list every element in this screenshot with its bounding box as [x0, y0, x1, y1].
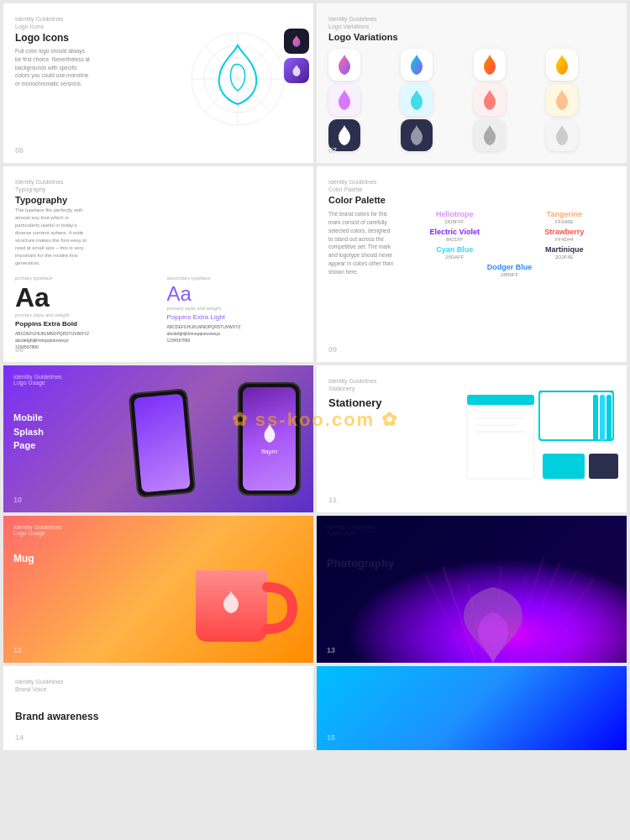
card-14-label: Identity Guidelines Brand Voice: [15, 678, 302, 693]
svg-rect-16: [543, 454, 585, 479]
color-heliotrope: Heliotrope DD8FFF: [404, 210, 506, 224]
brand-awareness-title: Brand awareness: [15, 711, 302, 722]
typo-primary-aa: Aa: [15, 284, 150, 311]
card-photography: Identity Guidelines Application Photogra…: [317, 516, 627, 663]
color-cyan-blue-hex: 25DAFF: [404, 255, 506, 260]
typo-secondary-sub: secondary typeface: [167, 276, 302, 281]
card-blue-gradient: 15: [317, 666, 627, 750]
color-electric-violet-hex: 8421FF: [404, 237, 506, 242]
typo-primary-sub: primary typeface: [15, 276, 150, 281]
typo-primary-col: primary typeface Aa primary style and we…: [15, 276, 150, 350]
card-08-label: Identity Guidelines Typography: [15, 178, 302, 193]
mug-title: Mug: [13, 553, 62, 564]
logo-var-11: [474, 119, 506, 151]
phone-front: flaym: [238, 382, 301, 496]
logo-var-8: [546, 84, 578, 116]
color-dodger-blue-name: Dodger Blue: [404, 263, 615, 272]
typo-secondary-col: secondary typeface Aa primary style and …: [167, 276, 302, 350]
color-strawberry-hex: FF4D44: [514, 237, 616, 242]
section-num-09: 09: [328, 345, 337, 354]
logo-var-2: [401, 49, 433, 81]
color-strawberry: Strawberry FF4D44: [514, 228, 616, 242]
color-martinique-name: Martinique: [514, 245, 616, 255]
svg-rect-20: [606, 395, 612, 441]
color-strawberry-name: Strawberry: [514, 228, 616, 237]
typography-title: Typography: [15, 195, 302, 205]
card-10-top: Identity Guidelines Logo Usage Mobile Sp…: [13, 374, 62, 453]
card-mobile-splash: Identity Guidelines Logo Usage Mobile Sp…: [3, 365, 313, 512]
section-num-13: 13: [327, 646, 335, 654]
color-palette-title: Color Palette: [328, 195, 615, 205]
typo-secondary-aa: Aa: [167, 284, 302, 304]
logo-var-1: [328, 49, 360, 81]
color-palette-layout: The brand colors for this mark consist o…: [328, 210, 615, 276]
section-num-07: 07: [328, 146, 337, 155]
section-num-15: 15: [327, 733, 335, 742]
phone-brand-label: flaym: [261, 448, 277, 455]
card-10-label: Identity Guidelines Logo Usage: [13, 374, 62, 386]
card-color-palette: Identity Guidelines Color Palette Color …: [317, 166, 627, 362]
app-icon-dark: [284, 29, 309, 54]
logo-var-12: [546, 119, 578, 151]
svg-rect-15: [467, 395, 534, 405]
color-heliotrope-name: Heliotrope: [404, 210, 506, 219]
section-num-06: 06: [15, 146, 24, 155]
section-num-14: 14: [15, 733, 24, 742]
color-martinique: Martinique 2D2F4E: [514, 245, 616, 260]
main-grid: Identity Guidelines Logo Icons Logo Icon…: [0, 0, 630, 666]
card-12-label: Identity Guidelines Logo Usage: [13, 524, 62, 536]
mobile-splash-title: Mobile Splash Page: [13, 411, 62, 453]
logo-var-7: [474, 84, 506, 116]
phone-back-screen: [134, 394, 191, 493]
logo-var-4: [546, 49, 578, 81]
card-12-top: Identity Guidelines Logo Usage Mug: [13, 524, 62, 564]
color-tangerine: Tangerine FFA96E: [514, 210, 616, 224]
logo-var-5: [328, 84, 360, 116]
card-09-label: Identity Guidelines Color Palette: [328, 178, 615, 193]
app-icon-purple: [284, 58, 309, 83]
color-tangerine-name: Tangerine: [514, 210, 616, 219]
logo-var-3: [474, 49, 506, 81]
color-palette-right: Heliotrope DD8FFF Tangerine FFA96E Elect…: [404, 210, 615, 276]
phone-back: [129, 389, 197, 499]
card-mug: Identity Guidelines Logo Usage Mug: [3, 516, 313, 663]
typo-secondary-style: primary style and weight: [167, 306, 302, 311]
color-cyan-blue-name: Cyan Blue: [404, 245, 506, 255]
section-num-12: 12: [13, 646, 22, 654]
stationery-svg: [463, 386, 622, 508]
mug-svg: [175, 545, 301, 654]
fiber-optic-bg: [317, 516, 627, 663]
svg-rect-18: [593, 395, 598, 441]
card-07-label: Identity Guidelines Logo Variations: [328, 15, 615, 30]
typography-section: primary typeface Aa primary style and we…: [15, 276, 302, 350]
logo-icons-desc: Full color logo should always be first c…: [15, 47, 91, 88]
svg-rect-19: [600, 395, 605, 441]
typo-primary-chars: ABCDEFGHIJKLMNOPQRSTUVWXYZabcdefghijklmn…: [15, 330, 150, 350]
card-logo-variations: Identity Guidelines Logo Variations Logo…: [317, 3, 627, 163]
app-icons: [284, 29, 309, 83]
svg-rect-17: [589, 454, 618, 479]
color-cyan-blue: Cyan Blue 25DAFF: [404, 245, 506, 260]
logo-outline-svg: [187, 29, 288, 129]
phones-area: flaym: [124, 374, 309, 504]
color-heliotrope-hex: DD8FFF: [404, 219, 506, 224]
card-stationery: Identity Guidelines Stationery Stationer…: [317, 365, 627, 512]
card-typography: Identity Guidelines Typography Typograph…: [3, 166, 313, 362]
typo-secondary-name: Poppins Extra Light: [167, 313, 302, 321]
section-num-08: 08: [15, 345, 24, 354]
color-dodger-blue-hex: 2B89FF: [404, 272, 615, 277]
color-martinique-hex: 2D2F4E: [514, 255, 616, 260]
section-num-10: 10: [13, 496, 22, 504]
section-num-11: 11: [328, 496, 337, 504]
logo-var-6: [401, 84, 433, 116]
logo-var-10: [401, 119, 433, 151]
typo-primary-style: primary style and weight: [15, 312, 150, 318]
color-dodger-blue: Dodger Blue 2B89FF: [404, 263, 615, 277]
logo-variations-title: Logo Variations: [328, 32, 615, 42]
card-brand-voice: Identity Guidelines Brand Voice Brand aw…: [3, 666, 313, 750]
logo-grid-area: [187, 29, 297, 138]
svg-rect-21: [317, 516, 627, 663]
svg-rect-10: [467, 395, 534, 479]
color-palette-desc: The brand colors for this mark consist o…: [328, 210, 396, 276]
phone-front-screen: flaym: [243, 387, 296, 491]
